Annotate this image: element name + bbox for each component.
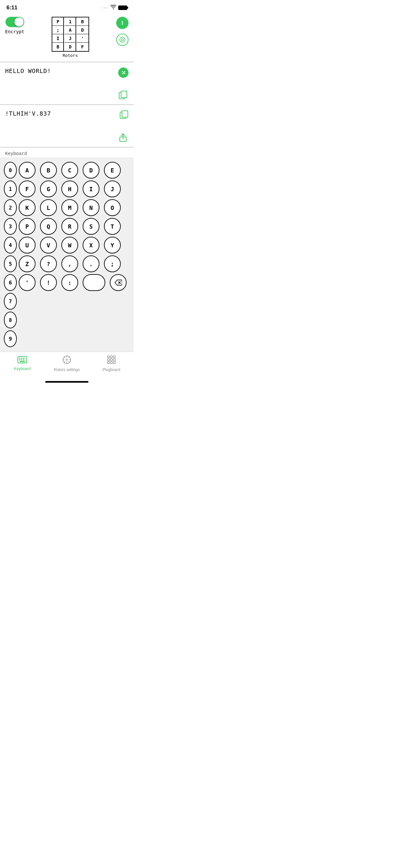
key-U[interactable]: U [19,237,35,253]
tab-plugboard[interactable]: Plugboard [89,355,134,372]
key-Y[interactable]: Y [104,237,121,253]
clear-input-button[interactable]: ✕ [118,67,128,78]
letters-grid: A B C D E F G H I J K L M N O P [18,162,130,291]
key-6[interactable]: 6 [4,274,17,291]
tab-rotors-settings[interactable]: Rotors settings [44,355,89,372]
output-text: !TLHIH'V.837 [5,110,128,117]
key-J[interactable]: J [104,181,121,197]
key-Q[interactable]: Q [40,218,57,235]
key-X[interactable]: X [83,237,99,253]
key-delete[interactable] [110,274,127,291]
key-comma[interactable]: , [61,255,78,272]
svg-line-26 [64,362,65,363]
key-L[interactable]: L [40,199,57,216]
status-bar: 6:11 ···· [0,0,134,14]
letters-row-4: P Q R S T [18,218,130,235]
key-N[interactable]: N [83,199,99,216]
keyboard-with-nums: 0 1 2 3 4 5 6 7 8 9 A B C D E F G H I [2,160,132,348]
rotor-cell: P [52,18,64,26]
key-apostrophe[interactable]: ' [19,274,35,291]
header-row: Encrypt P ; I B 1 A J D B D ' F Rotors [0,14,134,62]
key-space[interactable] [83,274,105,291]
rotor-cell: J [65,34,76,42]
svg-rect-28 [107,356,110,358]
key-7[interactable]: 7 [4,293,17,310]
key-C[interactable]: C [61,162,78,179]
key-2[interactable]: 2 [4,199,17,216]
svg-rect-29 [111,356,112,358]
key-P[interactable]: P [19,218,35,235]
tab-keyboard[interactable]: Keyboard [0,356,44,371]
svg-line-24 [64,357,65,358]
info-button[interactable]: i [116,17,128,29]
encrypt-toggle[interactable] [5,17,24,27]
key-3[interactable]: 3 [4,218,17,235]
copy-output-icon [120,110,128,119]
key-R[interactable]: R [61,218,78,235]
key-D[interactable]: D [83,162,99,179]
key-5[interactable]: 5 [4,255,17,272]
status-icons: ···· [102,5,127,11]
key-0[interactable]: 0 [4,162,17,179]
key-B[interactable]: B [40,162,57,179]
key-H[interactable]: H [61,181,78,197]
key-1[interactable]: 1 [4,181,17,197]
info-icon: i [121,20,123,27]
tab-keyboard-label: Keyboard [14,367,30,371]
key-M[interactable]: M [61,199,78,216]
key-F[interactable]: F [19,181,35,197]
copy-input-button[interactable] [118,89,128,100]
key-question[interactable]: ? [40,255,57,272]
tab-rotors-label: Rotors settings [54,368,80,372]
key-9[interactable]: 9 [4,330,17,347]
rotors-grid: P ; I B 1 A J D B D ' F [52,17,89,52]
key-V[interactable]: V [40,237,57,253]
settings-button[interactable] [116,34,128,46]
input-text: HELLO WORLD! [5,67,128,74]
key-W[interactable]: W [61,237,78,253]
key-I[interactable]: I [83,181,99,197]
close-icon: ✕ [121,70,126,76]
letters-row-1: A B C D E [18,162,130,179]
key-K[interactable]: K [19,199,35,216]
key-colon[interactable]: : [61,274,78,291]
keyboard-section-label: Keyboard [0,148,134,157]
rotors-section: P ; I B 1 A J D B D ' F Rotors [52,17,89,58]
rotors-settings-tab-icon [62,355,71,366]
tab-plugboard-label: Plugboard [103,368,120,372]
key-Z[interactable]: Z [19,255,35,272]
letters-row-3: K L M N O [18,199,130,216]
delete-icon [114,279,122,286]
rotor-cell: ; [52,26,64,34]
key-4[interactable]: 4 [4,237,17,253]
rotor-cell: B [77,18,89,26]
rotor-col-2: B D ' F [77,18,89,51]
svg-point-19 [66,359,67,361]
plugboard-tab-icon [107,355,116,366]
key-E[interactable]: E [104,162,121,179]
key-T[interactable]: T [104,218,121,235]
share-container [0,131,134,147]
rotor-col-0: P ; I B [52,18,64,51]
input-copy-container [0,88,134,104]
key-8[interactable]: 8 [4,312,17,329]
gear-icon [119,36,126,43]
letters-row-5: U V W X Y [18,237,130,253]
rotor-cell: A [65,26,76,34]
input-section: HELLO WORLD! ✕ [0,62,134,88]
svg-rect-30 [113,356,115,358]
encrypt-section: Encrypt [5,17,24,34]
share-button[interactable] [118,132,128,143]
copy-output-button[interactable] [120,110,128,121]
key-A[interactable]: A [19,162,35,179]
key-period[interactable]: . [83,255,99,272]
copy-icon [119,90,127,99]
key-G[interactable]: G [40,181,57,197]
status-time: 6:11 [6,4,18,11]
key-exclamation[interactable]: ! [40,274,57,291]
key-semicolon[interactable]: ; [104,255,121,272]
svg-rect-15 [23,360,24,361]
key-O[interactable]: O [104,199,121,216]
svg-rect-10 [21,358,22,359]
key-S[interactable]: S [83,218,99,235]
